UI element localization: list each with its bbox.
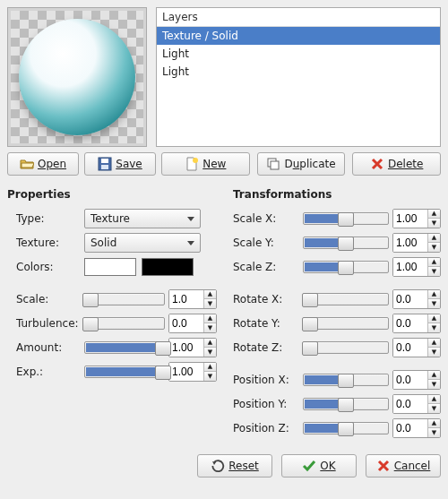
scale-label: Scale: [16,293,79,305]
amount-spinbox[interactable]: ▲▼ [168,338,217,357]
type-label: Type: [16,212,79,225]
transformations-heading: Transformations [233,188,441,201]
scale_x-spinbox[interactable]: ▲▼ [392,209,441,228]
svg-rect-5 [271,161,279,169]
cancel-icon [376,459,391,473]
duplicate-button[interactable]: Duplicate [257,152,346,176]
texture-dropdown[interactable]: Solid [84,233,201,253]
type-value: Texture [90,212,130,225]
material-preview [11,11,143,143]
save-icon [98,157,112,171]
new-icon [185,157,199,171]
svg-rect-1 [101,159,108,163]
position_z-spinbox[interactable]: ▲▼ [392,418,441,438]
colors-label: Colors: [16,261,79,273]
reset-button[interactable]: Reset [197,454,272,477]
layers-header: Layers [157,8,440,27]
layer-item[interactable]: Texture / Solid [157,27,440,45]
position_z-label: Position Z: [233,422,297,434]
texture-label: Texture: [16,237,79,249]
scale-spinbox[interactable]: ▲▼ [168,289,217,309]
rotate_y-spinbox[interactable]: ▲▼ [392,314,441,333]
rotate_x-slider[interactable] [303,293,389,305]
cancel-label: Cancel [394,460,431,472]
color-swatch-1[interactable] [84,258,136,276]
position_y-label: Position Y: [233,398,297,410]
open-icon [20,157,34,171]
open-label: Open [38,158,66,170]
rotate_z-spinbox[interactable]: ▲▼ [392,338,441,357]
position_x-label: Position X: [233,374,297,386]
reset-label: Reset [228,460,259,472]
turbulence-label: Turbulence: [16,317,79,330]
scale_z-slider[interactable] [303,261,389,273]
position_y-spinbox[interactable]: ▲▼ [392,394,441,414]
new-label: New [202,158,226,170]
delete-icon [370,157,384,171]
ok-icon [302,459,316,473]
position_x-spinbox[interactable]: ▲▼ [392,370,441,390]
scale_z-spinbox[interactable]: ▲▼ [392,257,441,277]
rotate_y-label: Rotate Y: [233,317,297,330]
layer-item[interactable]: Light [157,45,440,63]
scale_y-spinbox[interactable]: ▲▼ [392,233,441,253]
scale_x-slider[interactable] [303,212,389,225]
ok-label: OK [320,460,335,472]
duplicate-icon [266,157,280,171]
reset-icon [211,459,225,473]
new-button[interactable]: New [161,152,250,176]
scale_y-label: Scale Y: [233,237,297,249]
rotate_z-label: Rotate Z: [233,341,297,354]
rotate_x-label: Rotate X: [233,293,297,305]
ok-button[interactable]: OK [281,454,357,477]
save-label: Save [116,158,142,170]
amount-label: Amount: [16,341,79,354]
layers-list[interactable]: Texture / SolidLightLight [157,27,440,146]
layer-item[interactable]: Light [157,63,440,81]
exp-slider[interactable] [84,366,165,378]
scale-row: Scale: ▲▼ [16,287,217,311]
scale_y-slider[interactable] [303,237,389,249]
position_x-slider[interactable] [303,374,389,386]
preview-frame [7,7,147,147]
exp-label: Exp.: [16,366,79,378]
preview-sphere [19,19,135,135]
svg-rect-2 [101,165,108,169]
open-button[interactable]: Open [7,152,79,176]
properties-heading: Properties [7,188,217,201]
delete-label: Delete [388,158,423,170]
rotate_x-spinbox[interactable]: ▲▼ [392,289,441,309]
rotate_z-slider[interactable] [303,341,389,354]
position_y-slider[interactable] [303,398,389,410]
type-dropdown[interactable]: Texture [84,209,201,228]
turbulence-spinbox[interactable]: ▲▼ [168,314,217,333]
exp-spinbox[interactable]: ▲▼ [168,362,217,382]
scale_z-label: Scale Z: [233,261,297,273]
rotate_y-slider[interactable] [303,317,389,330]
cancel-button[interactable]: Cancel [366,454,441,477]
texture-value: Solid [90,237,116,249]
turbulence-slider[interactable] [84,317,165,330]
amount-slider[interactable] [84,341,165,354]
save-button[interactable]: Save [84,152,156,176]
layers-panel: Layers Texture / SolidLightLight [156,7,441,147]
color-swatch-2[interactable] [142,258,194,276]
svg-point-3 [193,158,198,163]
position_z-slider[interactable] [303,422,389,434]
delete-button[interactable]: Delete [352,152,441,176]
scale-slider[interactable] [84,293,165,305]
scale_x-label: Scale X: [233,212,297,225]
